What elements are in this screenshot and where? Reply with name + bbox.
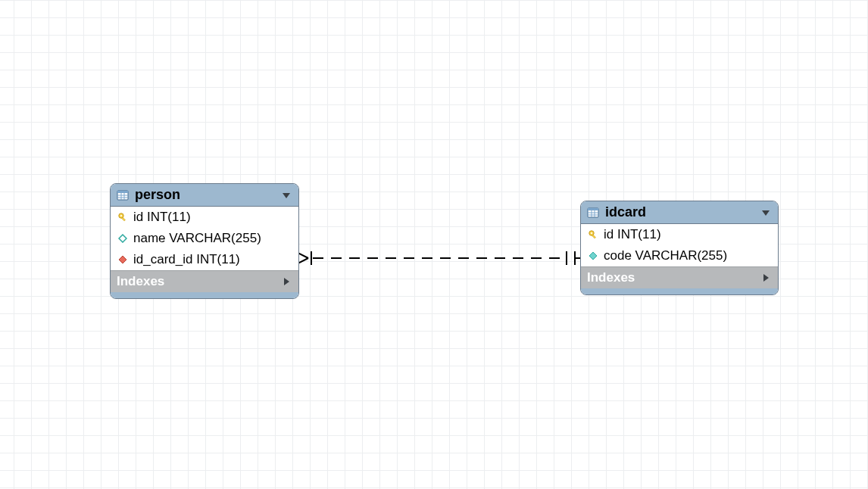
table-idcard-header[interactable]: idcard (581, 201, 778, 224)
indexes-label: Indexes (117, 274, 274, 289)
er-diagram-canvas[interactable]: person id INT(11) (0, 0, 868, 489)
table-person[interactable]: person id INT(11) (110, 183, 299, 299)
svg-marker-19 (284, 278, 289, 285)
diamond-filled-icon (587, 250, 599, 262)
svg-marker-18 (119, 256, 126, 263)
svg-rect-16 (122, 217, 126, 221)
svg-marker-31 (763, 274, 769, 282)
svg-marker-30 (589, 252, 597, 260)
table-icon (587, 207, 599, 219)
table-idcard[interactable]: idcard id INT(11) (580, 201, 779, 295)
svg-marker-17 (119, 235, 126, 242)
table-person-header[interactable]: person (111, 184, 298, 207)
column-row[interactable]: id INT(11) (111, 207, 298, 228)
svg-line-1 (298, 253, 308, 258)
column-label: id INT(11) (133, 210, 191, 225)
svg-line-2 (298, 258, 308, 263)
column-row[interactable]: name VARCHAR(255) (111, 228, 298, 249)
collapse-icon[interactable] (280, 189, 292, 201)
column-label: name VARCHAR(255) (133, 231, 261, 246)
table-idcard-title: idcard (605, 204, 754, 220)
table-person-title: person (135, 187, 274, 203)
svg-point-15 (120, 215, 122, 216)
svg-rect-8 (117, 191, 128, 193)
column-row[interactable]: id INT(11) (581, 224, 778, 245)
expand-right-icon[interactable] (280, 276, 292, 288)
indexes-label: Indexes (587, 270, 754, 285)
expand-right-icon[interactable] (760, 272, 772, 284)
svg-marker-13 (283, 193, 290, 198)
svg-marker-26 (762, 210, 770, 216)
table-person-columns: id INT(11) name VARCHAR(255) id_card_id … (111, 207, 298, 270)
collapse-icon[interactable] (760, 207, 772, 219)
key-icon (117, 211, 129, 223)
column-row[interactable]: code VARCHAR(255) (581, 245, 778, 266)
table-bottom-strip (581, 288, 778, 294)
diamond-open-icon (117, 232, 129, 244)
column-label: id_card_id INT(11) (133, 252, 240, 267)
column-label: id INT(11) (604, 227, 661, 242)
table-bottom-strip (111, 292, 298, 298)
svg-rect-29 (592, 235, 596, 238)
relation-person-idcard (298, 247, 580, 269)
column-row[interactable]: id_card_id INT(11) (111, 249, 298, 270)
diamond-fk-icon (117, 254, 129, 266)
table-icon (117, 189, 129, 201)
key-icon (587, 229, 599, 241)
table-idcard-indexes[interactable]: Indexes (581, 266, 778, 288)
column-label: code VARCHAR(255) (604, 248, 727, 263)
svg-point-28 (591, 232, 592, 234)
table-idcard-columns: id INT(11) code VARCHAR(255) (581, 224, 778, 266)
svg-rect-21 (588, 208, 598, 210)
table-person-indexes[interactable]: Indexes (111, 270, 298, 292)
